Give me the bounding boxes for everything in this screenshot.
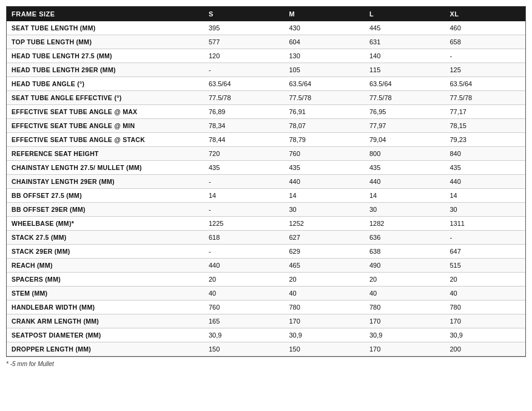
row-value-xl: 14 — [445, 189, 525, 203]
row-label: BB OFFSET 29ER (MM) — [7, 203, 204, 217]
row-value-xl: 840 — [445, 147, 525, 161]
row-value-l: 40 — [365, 287, 445, 301]
row-label: STEM (MM) — [7, 287, 204, 301]
row-value-s: 120 — [204, 49, 285, 63]
row-value-s: 165 — [204, 314, 285, 328]
table-row: REFERENCE SEAT HEIGHT720760800840 — [7, 147, 525, 161]
row-value-xl: 780 — [445, 301, 525, 314]
row-value-m: 130 — [284, 49, 365, 63]
row-value-l: 435 — [365, 161, 445, 175]
row-label: CHAINSTAY LENGTH 27.5/ MULLET (MM) — [7, 161, 204, 175]
row-value-m: 780 — [284, 301, 365, 314]
row-value-m: 435 — [284, 161, 365, 175]
row-value-m: 20 — [284, 273, 365, 287]
table-row: STEM (MM)40404040 — [7, 287, 525, 301]
row-value-m: 105 — [284, 63, 365, 77]
row-value-xl: 30 — [445, 203, 525, 217]
row-label: EFFECTIVE SEAT TUBE ANGLE @ MAX — [7, 105, 204, 119]
row-label: REFERENCE SEAT HEIGHT — [7, 147, 204, 161]
table-row: BB OFFSET 29ER (MM)-303030 — [7, 203, 525, 217]
row-label: CHAINSTAY LENGTH 29ER (MM) — [7, 175, 204, 189]
row-value-l: 638 — [365, 245, 445, 259]
table-row: HEAD TUBE LENGTH 27.5 (MM)120130140- — [7, 49, 525, 63]
row-value-s: 440 — [204, 259, 285, 273]
row-value-m: 170 — [284, 314, 365, 328]
row-label: DROPPER LENGTH (MM) — [7, 342, 204, 356]
row-value-m: 30,9 — [284, 328, 365, 342]
table-row: SPACERS (MM)20202020 — [7, 273, 525, 287]
row-value-xl: 77,17 — [445, 105, 525, 119]
row-value-m: 150 — [284, 342, 365, 356]
row-label: HEAD TUBE LENGTH 27.5 (MM) — [7, 49, 204, 63]
row-value-xl: 125 — [445, 63, 525, 77]
table-row: SEAT TUBE LENGTH (MM)395430445460 — [7, 21, 525, 35]
table-row: STACK 27.5 (MM)618627636- — [7, 231, 525, 245]
row-value-xl: 30,9 — [445, 328, 525, 342]
row-value-m: 627 — [284, 231, 365, 245]
row-value-l: 490 — [365, 259, 445, 273]
table-header-row: FRAME SIZE S M L XL — [7, 7, 525, 21]
row-value-xl: 515 — [445, 259, 525, 273]
table-row: EFFECTIVE SEAT TUBE ANGLE @ STACK78,4478… — [7, 133, 525, 147]
table-row: WHEELBASE (MM)*1225125212821311 — [7, 217, 525, 231]
row-value-l: 800 — [365, 147, 445, 161]
header-xl: XL — [445, 7, 525, 21]
row-value-l: 79,04 — [365, 133, 445, 147]
row-value-m: 63.5/64 — [284, 77, 365, 91]
row-value-l: 636 — [365, 231, 445, 245]
row-value-s: - — [204, 203, 285, 217]
row-value-m: 1252 — [284, 217, 365, 231]
row-label: REACH (MM) — [7, 259, 204, 273]
row-label: SEAT TUBE ANGLE EFFECTIVE (°) — [7, 91, 204, 105]
row-label: SEATPOST DIAMETER (MM) — [7, 328, 204, 342]
row-value-s: 77.5/78 — [204, 91, 285, 105]
row-label: STACK 27.5 (MM) — [7, 231, 204, 245]
row-value-m: 30 — [284, 203, 365, 217]
row-value-s: 760 — [204, 301, 285, 314]
row-value-s: 78,34 — [204, 119, 285, 133]
row-value-s: 618 — [204, 231, 285, 245]
row-value-xl: 658 — [445, 35, 525, 49]
row-value-l: 30,9 — [365, 328, 445, 342]
row-value-xl: 63.5/64 — [445, 77, 525, 91]
table-row: HEAD TUBE ANGLE (°)63.5/6463.5/6463.5/64… — [7, 77, 525, 91]
row-value-l: 1282 — [365, 217, 445, 231]
row-value-l: 76,95 — [365, 105, 445, 119]
row-value-s: 40 — [204, 287, 285, 301]
table-row: BB OFFSET 27.5 (MM)14141414 — [7, 189, 525, 203]
table-row: HEAD TUBE LENGTH 29ER (MM)-105115125 — [7, 63, 525, 77]
row-value-s: 577 — [204, 35, 285, 49]
row-label: BB OFFSET 27.5 (MM) — [7, 189, 204, 203]
row-value-xl: - — [445, 49, 525, 63]
row-value-l: 30 — [365, 203, 445, 217]
table-row: STACK 29ER (MM)-629638647 — [7, 245, 525, 259]
table-row: HANDLEBAR WIDTH (MM)760780780780 — [7, 301, 525, 314]
row-value-xl: 20 — [445, 273, 525, 287]
row-label: EFFECTIVE SEAT TUBE ANGLE @ MIN — [7, 119, 204, 133]
header-s: S — [204, 7, 285, 21]
row-value-s: 150 — [204, 342, 285, 356]
row-value-l: 170 — [365, 342, 445, 356]
row-label: EFFECTIVE SEAT TUBE ANGLE @ STACK — [7, 133, 204, 147]
row-value-s: 14 — [204, 189, 285, 203]
row-value-xl: 170 — [445, 314, 525, 328]
row-label: WHEELBASE (MM)* — [7, 217, 204, 231]
row-value-s: 435 — [204, 161, 285, 175]
row-value-xl: 1311 — [445, 217, 525, 231]
row-value-l: 63.5/64 — [365, 77, 445, 91]
row-value-m: 76,91 — [284, 105, 365, 119]
table-row: SEAT TUBE ANGLE EFFECTIVE (°)77.5/7877.5… — [7, 91, 525, 105]
row-value-m: 78,07 — [284, 119, 365, 133]
row-label: HEAD TUBE LENGTH 29ER (MM) — [7, 63, 204, 77]
row-value-xl: 79,23 — [445, 133, 525, 147]
row-value-l: 631 — [365, 35, 445, 49]
row-value-l: 77.5/78 — [365, 91, 445, 105]
table-row: CHAINSTAY LENGTH 29ER (MM)-440440440 — [7, 175, 525, 189]
table-row: TOP TUBE LENGTH (MM)577604631658 — [7, 35, 525, 49]
row-value-l: 440 — [365, 175, 445, 189]
table-row: DROPPER LENGTH (MM)150150170200 — [7, 342, 525, 356]
row-value-l: 140 — [365, 49, 445, 63]
geometry-table: FRAME SIZE S M L XL SEAT TUBE LENGTH (MM… — [6, 6, 526, 357]
row-value-xl: 647 — [445, 245, 525, 259]
row-label: HANDLEBAR WIDTH (MM) — [7, 301, 204, 314]
